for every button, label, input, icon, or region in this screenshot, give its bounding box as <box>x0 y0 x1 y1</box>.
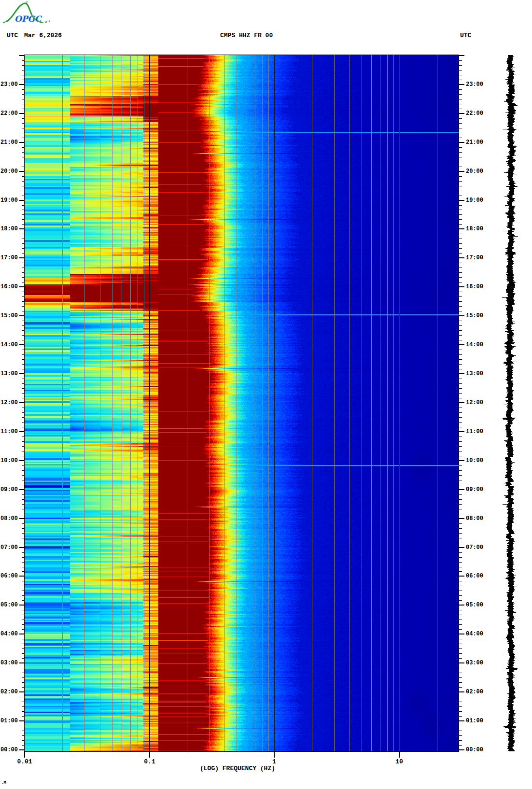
time-hour-tick <box>459 142 464 143</box>
time-minor-tick <box>22 138 25 138</box>
time-minor-tick <box>459 509 462 509</box>
time-minor-tick <box>459 219 462 220</box>
time-minor-tick <box>22 109 25 109</box>
time-hour-tick <box>19 344 25 345</box>
time-label-left: 11:00 <box>0 429 18 435</box>
time-hour-tick <box>19 171 25 172</box>
summit-mark <box>27 1 27 4</box>
time-minor-tick <box>459 65 462 66</box>
time-hour-tick <box>459 228 464 229</box>
time-minor-tick <box>22 465 25 466</box>
time-minor-tick <box>22 123 25 124</box>
time-minor-tick <box>459 499 462 500</box>
time-minor-tick <box>459 562 462 563</box>
time-minor-tick <box>22 219 25 220</box>
time-minor-tick <box>22 263 25 263</box>
time-minor-tick <box>22 745 25 746</box>
time-label-right: 10:00 <box>466 458 487 464</box>
time-minor-tick <box>22 687 25 688</box>
time-minor-tick <box>459 277 462 278</box>
frequency-tick-label: 1 <box>257 758 291 765</box>
time-minor-tick <box>459 682 462 683</box>
time-minor-tick <box>459 167 462 167</box>
time-label-right: 14:00 <box>466 342 487 348</box>
time-label-right: 09:00 <box>466 487 487 493</box>
time-minor-tick <box>459 350 462 350</box>
time-hour-tick <box>19 228 25 229</box>
time-minor-tick <box>459 210 462 210</box>
time-hour-tick <box>19 634 25 634</box>
time-label-right: 12:00 <box>466 400 487 406</box>
time-minor-tick <box>459 620 462 620</box>
header-station-title: CMPS HHZ FR 00 <box>220 32 273 39</box>
time-minor-tick <box>22 456 25 456</box>
time-minor-tick <box>22 398 25 398</box>
time-minor-tick <box>22 330 25 331</box>
spectrogram-canvas <box>25 55 459 751</box>
time-minor-tick <box>22 325 25 326</box>
time-minor-tick <box>459 687 462 688</box>
time-hour-tick <box>19 489 25 490</box>
time-minor-tick <box>22 364 25 365</box>
time-minor-tick <box>22 369 25 369</box>
time-minor-tick <box>22 205 25 206</box>
time-minor-tick <box>22 422 25 423</box>
time-label-left: 18:00 <box>0 226 18 232</box>
time-minor-tick <box>22 408 25 408</box>
time-minor-tick <box>22 152 25 153</box>
time-minor-tick <box>459 538 462 538</box>
time-minor-tick <box>459 716 462 717</box>
time-minor-tick <box>459 735 462 736</box>
time-hour-tick <box>19 691 25 692</box>
time-minor-tick <box>459 75 462 75</box>
time-hour-tick <box>459 200 464 201</box>
time-minor-tick <box>459 427 462 427</box>
time-label-right: 16:00 <box>466 284 487 290</box>
time-minor-tick <box>459 673 462 673</box>
time-minor-tick <box>22 653 25 654</box>
time-minor-tick <box>22 272 25 273</box>
time-minor-tick <box>22 104 25 104</box>
time-minor-tick <box>459 644 462 644</box>
time-hour-tick <box>459 518 464 519</box>
time-minor-tick <box>459 301 462 302</box>
header-left-utc: UTC <box>7 32 18 39</box>
time-minor-tick <box>22 586 25 586</box>
time-label-right: 03:00 <box>466 660 487 666</box>
time-minor-tick <box>22 480 25 480</box>
time-minor-tick <box>22 504 25 505</box>
time-minor-tick <box>22 176 25 177</box>
time-minor-tick <box>459 417 462 418</box>
time-minor-tick <box>459 480 462 480</box>
time-minor-tick <box>22 162 25 162</box>
time-minor-tick <box>459 528 462 529</box>
time-minor-tick <box>22 682 25 683</box>
time-label-right: 23:00 <box>466 82 487 88</box>
frequency-axis-title: (LOG) FREQUENCY (HZ) <box>165 765 310 772</box>
spectrogram-page: OPGC UTC Mar 6,2026 CMPS HHZ FR 00 UTC 0… <box>0 0 532 789</box>
time-minor-tick <box>22 731 25 731</box>
header-right-utc: UTC <box>460 32 471 39</box>
time-minor-tick <box>459 181 462 182</box>
frequency-tick <box>274 751 275 758</box>
time-minor-tick <box>22 726 25 726</box>
time-minor-tick <box>22 354 25 355</box>
time-minor-tick <box>459 118 462 119</box>
time-minor-tick <box>459 475 462 476</box>
time-label-left: 21:00 <box>0 140 18 146</box>
time-minor-tick <box>22 99 25 99</box>
time-minor-tick <box>459 321 462 321</box>
time-label-right: 06:00 <box>466 573 487 579</box>
time-label-left: 16:00 <box>0 284 18 290</box>
time-minor-tick <box>459 89 462 90</box>
time-minor-tick <box>459 292 462 292</box>
time-minor-tick <box>22 181 25 182</box>
time-minor-tick <box>22 706 25 707</box>
time-minor-tick <box>459 296 462 297</box>
time-minor-tick <box>459 731 462 731</box>
time-minor-tick <box>22 567 25 567</box>
time-label-left: 10:00 <box>0 458 18 464</box>
frequency-tick <box>149 751 150 758</box>
time-hour-tick <box>459 373 464 374</box>
time-label-left: 01:00 <box>0 718 18 724</box>
